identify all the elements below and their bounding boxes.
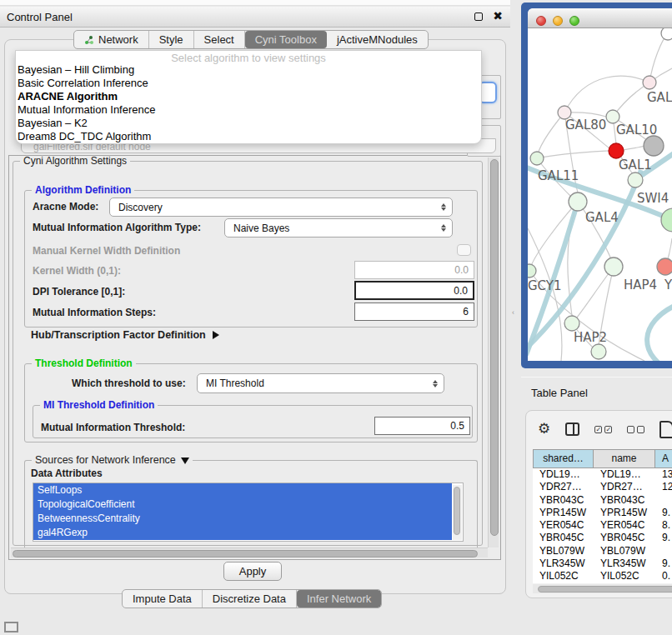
table-row[interactable]: YBR043CYBR043C xyxy=(533,494,672,507)
tab-select[interactable]: Select xyxy=(194,31,245,48)
tab-jactivemnodules[interactable]: jActiveMNodules xyxy=(327,31,428,48)
cyni-settings-title: Cyni Algorithm Settings xyxy=(20,155,130,167)
apply-button[interactable]: Apply xyxy=(223,562,282,581)
attribute-item-selected[interactable]: SelfLoops xyxy=(33,483,452,498)
table-horizontal-scrollbar[interactable] xyxy=(533,584,672,593)
algorithm-option[interactable]: ARACNE Algorithm xyxy=(16,90,481,103)
table-row[interactable]: YIL052CYIL052C0. xyxy=(533,570,672,582)
tab-style[interactable]: Style xyxy=(149,31,194,48)
network-node[interactable] xyxy=(661,28,672,40)
algorithm-option[interactable]: Mutual Information Inference xyxy=(16,103,481,117)
close-traffic-light-icon[interactable] xyxy=(536,16,546,26)
node-label: GAL1 xyxy=(619,158,652,172)
mi-algorithm-type-combobox[interactable]: Naive Bayes xyxy=(224,218,453,238)
table-cell xyxy=(655,545,672,558)
attributes-scrollbar[interactable] xyxy=(453,485,462,540)
column-header[interactable]: A xyxy=(655,449,672,468)
node-label: HAP4 xyxy=(624,278,657,292)
tab-label: Impute Data xyxy=(133,592,192,605)
kernel-width-label: Kernel Width (0,1): xyxy=(33,265,121,277)
network-node-gal[interactable] xyxy=(643,76,656,89)
hub-definition-toggle[interactable]: Hub/Transcription Factor Definition xyxy=(31,329,219,341)
tab-network[interactable]: Network xyxy=(74,31,149,48)
node-label: HAP2 xyxy=(574,330,607,345)
mi-threshold-label: Mutual Information Threshold: xyxy=(41,422,185,433)
algorithm-option[interactable]: Basic Correlation Inference xyxy=(16,77,481,90)
algorithm-option[interactable]: Bayesian – K2 xyxy=(16,117,481,130)
network-graph-canvas[interactable]: GALGAL80GAL10GAL1GAL11SWI4GAL4HAP4YGCY1H… xyxy=(528,28,672,361)
attribute-item-selected[interactable]: TopologicalCoefficient xyxy=(33,498,452,512)
algorithm-option[interactable]: Bayesian – Hill Climbing xyxy=(16,63,481,77)
network-node-hap2[interactable] xyxy=(564,316,579,331)
manual-kernel-checkbox[interactable] xyxy=(457,244,471,256)
table-row[interactable]: YBR045CYBR045C9. xyxy=(533,532,672,544)
mi-steps-label: Mutual Information Steps: xyxy=(33,307,156,318)
select-all-checks-icon[interactable]: ✓✓ xyxy=(594,426,612,433)
which-threshold-combobox[interactable]: MI Threshold xyxy=(197,373,444,393)
node-label: GAL4 xyxy=(585,210,619,225)
float-window-icon[interactable] xyxy=(474,12,483,21)
settings-horizontal-scrollbar[interactable] xyxy=(11,548,488,558)
table-cell: YDL19… xyxy=(533,468,594,481)
node-label: SWI4 xyxy=(637,191,669,206)
network-node[interactable] xyxy=(644,136,664,156)
collapsed-arrow-icon xyxy=(213,331,219,339)
tab-cyni-toolbox[interactable]: Cyni Toolbox xyxy=(245,31,327,48)
minimized-panel-icon[interactable] xyxy=(4,622,18,632)
bottom-tabbar: Impute DataDiscretize DataInfer Network xyxy=(122,589,382,608)
network-edge xyxy=(649,33,668,82)
mi-threshold-field[interactable]: 0.5 xyxy=(374,417,470,435)
which-threshold-label: Which threshold to use: xyxy=(72,378,186,389)
deselect-all-checks-icon[interactable] xyxy=(627,426,644,433)
network-node-gal10[interactable] xyxy=(606,110,619,123)
document-icon[interactable] xyxy=(659,421,672,438)
algorithm-option[interactable]: Dream8 DC_TDC Algorithm xyxy=(16,130,481,143)
table-row[interactable]: YPR145WYPR145W9. xyxy=(533,507,672,519)
column-header[interactable]: shared… xyxy=(533,449,594,468)
mi-steps-field[interactable]: 6 xyxy=(354,302,474,321)
sources-toggle[interactable]: Sources for Network Inference xyxy=(32,454,193,466)
node-label: GAL80 xyxy=(565,118,606,132)
zoom-traffic-light-icon[interactable] xyxy=(569,16,579,26)
data-attributes-list[interactable]: SelfLoopsTopologicalCoefficientBetweenne… xyxy=(33,482,464,542)
tab-infer-network[interactable]: Infer Network xyxy=(297,590,381,608)
network-view-window: GALGAL80GAL10GAL1GAL11SWI4GAL4HAP4YGCY1H… xyxy=(528,8,672,361)
network-node[interactable] xyxy=(661,208,672,232)
network-edge xyxy=(564,76,649,112)
network-node-gal4[interactable] xyxy=(569,192,587,211)
settings-scrollpane: Cyni Algorithm Settings Algorithm Defini… xyxy=(8,155,501,560)
close-icon[interactable]: ✖ xyxy=(493,9,503,22)
network-node-swi4[interactable] xyxy=(628,172,643,188)
algorithm-definition-title: Algorithm Definition xyxy=(32,184,134,196)
tab-discretize-data[interactable]: Discretize Data xyxy=(203,590,297,608)
network-node-hap4[interactable] xyxy=(604,258,623,276)
table-header-row[interactable]: shared…nameA xyxy=(533,449,672,468)
network-window-titlebar[interactable] xyxy=(528,8,672,28)
dpi-tolerance-field[interactable]: 0.0 xyxy=(354,281,474,300)
network-node[interactable] xyxy=(591,344,606,359)
manual-kernel-label: Manual Kernel Width Definition xyxy=(33,245,180,257)
table-row[interactable]: YDR27…YDR27…12 xyxy=(533,481,672,493)
table-row[interactable]: YBL079WYBL079W xyxy=(533,545,672,558)
gear-icon[interactable]: ⚙ xyxy=(538,421,550,438)
attribute-item-selected[interactable]: gal4RGexp xyxy=(33,526,452,540)
attribute-item-selected[interactable]: BetweennessCentrality xyxy=(33,512,452,526)
network-node-gcy1[interactable] xyxy=(528,264,536,278)
control-panel-titlebar: Control Panel ✖ xyxy=(0,7,510,28)
columns-icon[interactable] xyxy=(565,422,579,436)
table-row[interactable]: YLR345WYLR345W9. xyxy=(533,558,672,570)
network-node-y[interactable] xyxy=(657,258,672,275)
network-node-gal11[interactable] xyxy=(530,152,544,165)
tab-impute-data[interactable]: Impute Data xyxy=(123,590,203,608)
network-edge xyxy=(613,82,649,117)
table-cell xyxy=(655,494,672,507)
table-row[interactable]: YER054CYER054C8. xyxy=(533,519,672,532)
tab-label: Network xyxy=(98,33,138,46)
settings-vertical-scrollbar[interactable] xyxy=(488,158,499,548)
column-header[interactable]: name xyxy=(594,449,655,468)
aracne-mode-combobox[interactable]: Discovery xyxy=(109,198,453,217)
network-node-gal1[interactable] xyxy=(609,143,624,158)
minimize-traffic-light-icon[interactable] xyxy=(553,16,563,26)
divider-grip[interactable]: ‹ xyxy=(512,308,517,318)
table-row[interactable]: YDL19…YDL19…13 xyxy=(533,468,672,481)
